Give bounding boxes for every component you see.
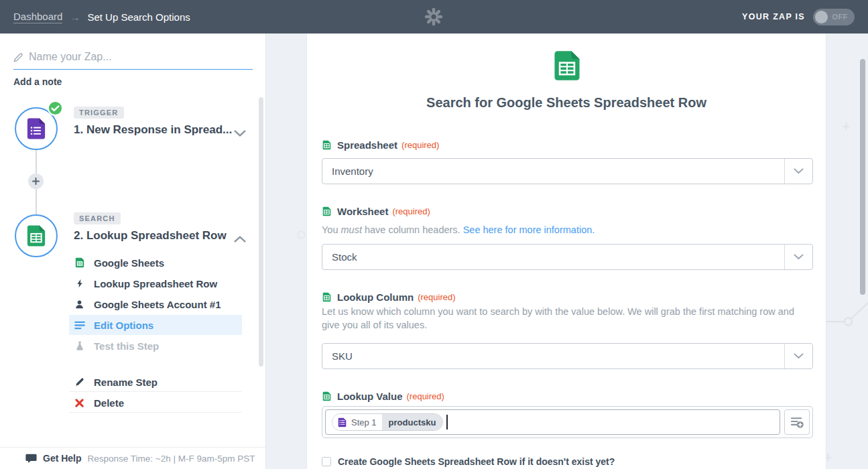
zap-on-off-toggle[interactable]: OFF xyxy=(813,9,855,25)
lookup-value-input[interactable]: Step 1 productsku xyxy=(325,409,780,435)
required-marker: (required) xyxy=(407,391,444,401)
pencil-icon xyxy=(74,377,85,388)
text-cursor xyxy=(446,415,448,429)
sidebar-footer: Get Help Response Time: ~2h | M-F 9am-5p… xyxy=(0,447,265,469)
get-help-link[interactable]: Get Help xyxy=(43,453,82,464)
person-icon xyxy=(74,299,85,310)
chat-bubble-icon xyxy=(25,454,37,464)
insert-field-icon xyxy=(790,415,804,429)
circle-decoration xyxy=(297,230,306,239)
field-label-worksheet: Worksheet (required) xyxy=(322,206,430,217)
menu-item-edit-options[interactable]: Edit Options xyxy=(69,315,242,335)
step2-app-icon[interactable] xyxy=(15,214,58,257)
zap-status-label: YOUR ZAP IS xyxy=(742,12,805,21)
token-step-label: Step 1 xyxy=(351,417,377,427)
chevron-down-icon[interactable] xyxy=(234,127,246,139)
google-sheets-icon xyxy=(322,206,332,216)
menu-item-rename-step[interactable]: Rename Step xyxy=(69,372,242,392)
editor-canvas: + + Search for Google Sheets Spreadsheet… xyxy=(266,34,868,469)
toggle-off-label: OFF xyxy=(832,13,849,21)
lookup-value-field: Step 1 productsku xyxy=(322,406,813,438)
page-scrollbar[interactable] xyxy=(860,59,865,295)
menu-divider xyxy=(69,391,242,392)
response-time-text: Response Time: ~2h | M-F 9am-5pm PST xyxy=(88,454,255,464)
zap-status: YOUR ZAP IS OFF xyxy=(742,0,855,34)
lookup-column-description: Let us know which column you want to sea… xyxy=(322,305,813,332)
zap-name-input[interactable] xyxy=(29,51,253,63)
required-marker: (required) xyxy=(418,292,455,302)
page-title: Set Up Search Options xyxy=(87,11,190,23)
lookup-column-select[interactable]: SKU xyxy=(322,343,813,369)
chevron-up-icon[interactable] xyxy=(234,233,246,245)
menu-item-test-this-step[interactable]: Test this Step xyxy=(69,336,242,356)
bolt-icon xyxy=(74,278,85,289)
search-options-card: Search for Google Sheets Spreadsheet Row… xyxy=(307,34,826,469)
delete-x-icon xyxy=(74,397,85,409)
token-field-name: productsku xyxy=(382,414,443,430)
menu-item-lookup-spreadsheet-row[interactable]: Lookup Spreadsheet Row xyxy=(69,273,242,293)
worksheet-help-text: You must have column headers. See here f… xyxy=(322,223,813,237)
menu-item-google-sheets-account[interactable]: Google Sheets Account #1 xyxy=(69,294,242,314)
plus-decoration: + xyxy=(842,118,851,135)
worksheet-select[interactable]: Stock xyxy=(322,244,813,270)
toggle-knob[interactable] xyxy=(815,11,828,23)
chevron-down-icon[interactable] xyxy=(784,344,812,368)
google-forms-icon xyxy=(25,117,48,140)
step1-type-badge: TRIGGER xyxy=(74,107,124,119)
node-line-decoration xyxy=(822,298,868,328)
sidebar-scrollbar[interactable] xyxy=(259,97,263,366)
required-marker: (required) xyxy=(401,140,439,150)
google-sheets-icon xyxy=(322,292,332,302)
google-sheets-icon xyxy=(74,257,85,269)
google-sheets-icon xyxy=(322,391,332,401)
breadcrumb-dashboard-link[interactable]: Dashboard xyxy=(13,11,62,23)
google-sheets-icon xyxy=(322,140,332,150)
field-label-spreadsheet: Spreadsheet (required) xyxy=(322,139,439,151)
flask-icon xyxy=(74,340,85,352)
more-information-link[interactable]: See here for more information. xyxy=(463,224,595,235)
mapped-field-token[interactable]: Step 1 productsku xyxy=(332,413,443,431)
card-title: Search for Google Sheets Spreadsheet Row xyxy=(307,95,826,111)
sidebar: Add a note TRIGGER 1. New Response in Sp… xyxy=(0,34,266,469)
check-badge-icon xyxy=(48,100,63,116)
google-sheets-icon xyxy=(25,224,48,247)
required-marker: (required) xyxy=(392,206,430,216)
worksheet-select-value: Stock xyxy=(322,251,784,263)
zap-name-row xyxy=(13,51,253,70)
create-row-checkbox-label: Create Google Sheets Spreadsheet Row if … xyxy=(338,456,615,467)
breadcrumb-arrow: → xyxy=(70,11,80,23)
add-note-link[interactable]: Add a note xyxy=(13,76,62,87)
edit-options-icon xyxy=(74,320,85,331)
step2-title[interactable]: 2. Lookup Spreadsheet Row xyxy=(74,229,233,243)
menu-divider xyxy=(69,412,242,413)
menu-item-google-sheets[interactable]: Google Sheets xyxy=(69,253,242,273)
google-forms-icon xyxy=(337,417,347,427)
add-step-button[interactable] xyxy=(28,174,44,189)
top-bar: Dashboard → Set Up Search Options YOUR Z… xyxy=(0,0,868,34)
create-row-option: Create Google Sheets Spreadsheet Row if … xyxy=(322,456,615,467)
spreadsheet-select[interactable]: Inventory xyxy=(322,158,813,184)
spreadsheet-select-value: Inventory xyxy=(322,165,784,177)
create-row-checkbox[interactable] xyxy=(322,457,331,466)
chevron-down-icon[interactable] xyxy=(784,159,812,184)
google-sheets-icon xyxy=(551,50,583,82)
field-label-lookup-value: Lookup Value (required) xyxy=(322,391,444,402)
menu-item-delete[interactable]: Delete xyxy=(69,393,242,413)
insert-field-button[interactable] xyxy=(784,409,810,435)
pencil-icon xyxy=(13,52,23,62)
field-label-lookup-column: Lookup Column (required) xyxy=(322,291,456,303)
step1-title[interactable]: 1. New Response in Spread... xyxy=(74,123,233,137)
lookup-column-select-value: SKU xyxy=(322,350,784,362)
chevron-down-icon[interactable] xyxy=(784,245,812,269)
step2-type-badge: SEARCH xyxy=(74,212,121,224)
zapier-logo-icon xyxy=(424,7,443,26)
